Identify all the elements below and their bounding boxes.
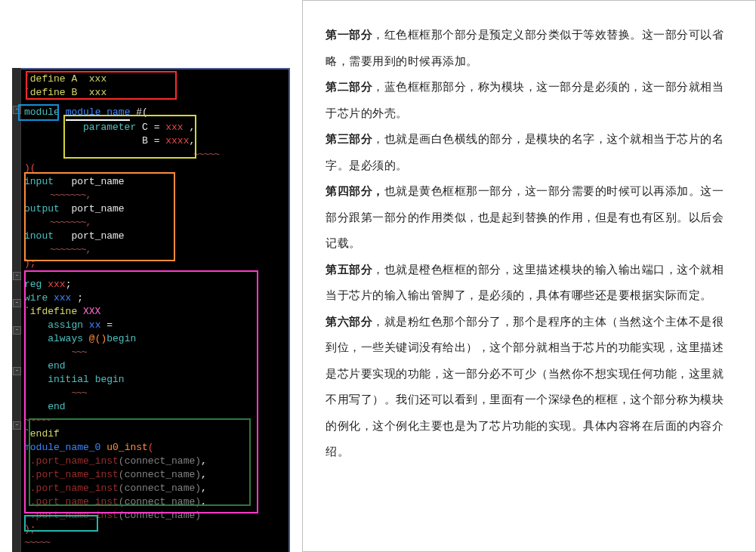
- code-line-inst-sq: ~~~~~: [20, 536, 284, 550]
- code-blank: [20, 100, 284, 106]
- explanation-pane: 第一部分，红色框框那个部分是预定义部分类似于等效替换。这一部分可以省略，需要用到…: [302, 0, 756, 552]
- paragraph-section-6: 第六部分，就是粉红色那个部分了，那个是程序的主体（当然这个主体不是很到位，一些关…: [326, 309, 733, 465]
- code-editor: - - - - - - `define A xxx `define B xxx …: [12, 68, 290, 552]
- left-pane: - - - - - - `define A xxx `define B xxx …: [0, 0, 302, 552]
- highlight-box-define: [26, 71, 177, 100]
- highlight-box-parameter: [63, 115, 196, 159]
- highlight-box-module-kw: [18, 104, 59, 121]
- paragraph-section-3: 第三部分，也就是画白色横线的部分，是模块的名字，这个就相当于芯片的名字。是必须的…: [326, 126, 733, 178]
- paragraph-section-4: 第四部分，也就是黄色框框那一部分，这一部分需要的时候可以再添加。这一部分跟第一部…: [326, 178, 733, 257]
- paragraph-section-2: 第二部分，蓝色框框那部分，称为模块，这一部分是必须的，这一部分就相当于芯片的外壳…: [326, 74, 733, 126]
- highlight-box-endmodule: [24, 515, 98, 532]
- paragraph-section-5: 第五部分，也就是橙色框框的部分，这里描述模块的输入输出端口，这个就相当于芯片的输…: [326, 257, 733, 309]
- paragraph-section-1: 第一部分，红色框框那个部分是预定义部分类似于等效替换。这一部分可以省略，需要用到…: [326, 22, 733, 74]
- highlight-box-ports: [24, 172, 175, 261]
- highlight-box-instance: [29, 418, 251, 506]
